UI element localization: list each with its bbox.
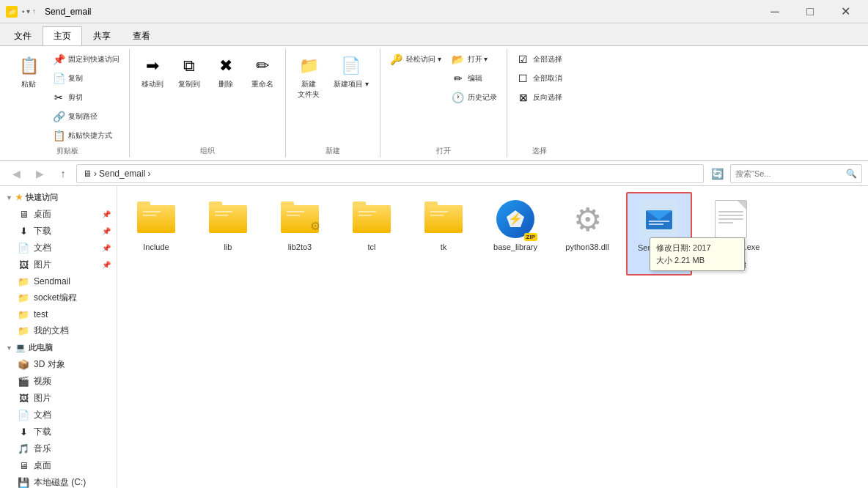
- new-folder-button[interactable]: 📁 新建文件夹: [292, 51, 326, 103]
- ribbon-content: 📋 粘贴 📌 固定到快速访问 📄 复制 ✂ 剪切: [0, 45, 868, 160]
- paste-shortcut-icon: 📋: [52, 129, 65, 142]
- titlebar: 📁 ▪ ▾ ↑ Send_email ─ □ ✕: [0, 0, 868, 23]
- copy-to-button[interactable]: ⧉ 复制到: [172, 51, 206, 93]
- folder-icon: 📁: [18, 276, 29, 287]
- file-item-base-library[interactable]: ⚡ ZIP base_library: [482, 192, 548, 276]
- lib-label: lib: [224, 243, 232, 251]
- sidebar-section-thispc[interactable]: ▼ 💻 此电脑: [0, 339, 117, 356]
- search-input[interactable]: [735, 169, 846, 178]
- address-path[interactable]: 🖥 › Send_email ›: [76, 164, 704, 183]
- sidebar-item-desktop[interactable]: 🖥 桌面 📌: [0, 206, 117, 223]
- sidebar-section-quickaccess[interactable]: ▼ ★ 快速访问: [0, 189, 117, 206]
- ribbon-group-new: 📁 新建文件夹 📄 新建项目 ▾ 新建: [286, 49, 380, 158]
- sidebar-item-downloads[interactable]: ⬇ 下载 📌: [0, 223, 117, 240]
- pictures-icon: 🖼: [18, 259, 29, 271]
- sidebar-item-mydocs[interactable]: 📁 我的文档: [0, 322, 117, 339]
- file-item-lib[interactable]: lib: [195, 192, 261, 276]
- pin-indicator: 📌: [102, 244, 111, 252]
- search-box[interactable]: 🔍: [730, 164, 862, 183]
- folder-icon: 📁: [18, 308, 29, 320]
- ribbon-group-clipboard: 📋 粘贴 📌 固定到快速访问 📄 复制 ✂ 剪切: [6, 49, 130, 158]
- file-item-send-email[interactable]: Send_email 修改日期: 2017 大小 2.21 MB: [626, 192, 692, 276]
- cut-icon: ✂: [52, 91, 65, 104]
- sidebar-item-test[interactable]: 📁 test: [0, 306, 117, 322]
- paste-button[interactable]: 📋 粘贴: [12, 51, 45, 93]
- move-icon: ➡: [141, 54, 164, 78]
- sidebar-item-documents[interactable]: 📄 文档 📌: [0, 240, 117, 256]
- delete-icon: ✖: [214, 54, 238, 78]
- copy-path-icon: 🔗: [52, 110, 65, 123]
- close-button[interactable]: ✕: [828, 0, 862, 23]
- expand-icon: ▼: [6, 344, 12, 352]
- copy-button[interactable]: 📄 复制: [48, 70, 123, 87]
- cut-button[interactable]: ✂ 剪切: [48, 89, 123, 106]
- open-icon: 📂: [452, 53, 465, 66]
- sidebar-item-3d[interactable]: 📦 3D 对象: [0, 356, 117, 373]
- include-label: Include: [143, 243, 169, 251]
- tcl-label: tcl: [368, 243, 376, 251]
- file-item-python38dll[interactable]: ⚙ python38.dll: [554, 192, 620, 276]
- deselect-all-icon: ☐: [517, 72, 530, 85]
- tab-view[interactable]: 查看: [122, 26, 161, 45]
- rename-button[interactable]: ✏ 重命名: [246, 51, 279, 93]
- open-button[interactable]: 📂 打开 ▾: [448, 51, 501, 68]
- sidebar-item-downloads2[interactable]: ⬇ 下载: [0, 424, 117, 440]
- pin-quickaccess-button[interactable]: 📌 固定到快速访问: [48, 51, 123, 68]
- sidebar-item-desktop2[interactable]: 🖥 桌面: [0, 457, 117, 474]
- history-button[interactable]: 🕐 历史记录: [448, 89, 501, 106]
- path-segment-1[interactable]: Send_email: [99, 169, 145, 179]
- python38dll-icon: ⚙: [567, 199, 608, 240]
- sidebar-item-docs2[interactable]: 📄 文档: [0, 407, 117, 424]
- copy-path-button[interactable]: 🔗 复制路径: [48, 108, 123, 125]
- invert-selection-button[interactable]: ⊠ 反向选择: [513, 89, 566, 106]
- sidebar-item-video[interactable]: 🎬 视频: [0, 373, 117, 390]
- file-item-tcl[interactable]: tcl: [339, 192, 405, 276]
- lib-folder-icon: [207, 199, 249, 240]
- back-button[interactable]: ◀: [6, 163, 26, 184]
- sidebar: ▼ ★ 快速访问 🖥 桌面 📌 ⬇ 下载 📌 📄 文档 📌 🖼 图片 📌 📁 S…: [0, 186, 117, 488]
- tooltip-date: 修改日期: 2017: [656, 243, 738, 254]
- tab-share[interactable]: 共享: [82, 26, 122, 45]
- move-to-button[interactable]: ➡ 移动到: [136, 51, 169, 93]
- file-item-include[interactable]: Include: [123, 192, 189, 276]
- tab-home[interactable]: 主页: [43, 26, 82, 45]
- forward-button[interactable]: ▶: [29, 163, 50, 184]
- pin-indicator: 📌: [102, 210, 111, 218]
- sidebar-item-pictures2[interactable]: 🖼 图片: [0, 390, 117, 407]
- desktop2-icon: 🖥: [18, 460, 29, 472]
- file-item-tk[interactable]: tk: [411, 192, 477, 276]
- deselect-all-button[interactable]: ☐ 全部取消: [513, 70, 566, 87]
- new-item-icon: 📄: [339, 54, 363, 78]
- delete-button[interactable]: ✖ 删除: [209, 51, 243, 93]
- 3d-icon: 📦: [18, 359, 29, 371]
- drive-c-icon: 💾: [18, 477, 29, 489]
- up-button[interactable]: ↑: [53, 163, 73, 184]
- ribbon-group-select: ☑ 全部选择 ☐ 全部取消 ⊠ 反向选择 选择: [507, 49, 572, 158]
- copy-icon: 📄: [52, 72, 65, 85]
- refresh-button[interactable]: 🔄: [707, 163, 727, 184]
- minimize-button[interactable]: ─: [758, 0, 792, 23]
- sidebar-item-drive-c[interactable]: 💾 本地磁盘 (C:): [0, 474, 117, 488]
- lib2to3-folder-icon: ⚙: [279, 199, 320, 240]
- tab-file[interactable]: 文件: [3, 26, 43, 45]
- sidebar-item-socket[interactable]: 📁 socket编程: [0, 289, 117, 306]
- file-item-lib2to3[interactable]: ⚙ lib2to3: [267, 192, 333, 276]
- edit-button[interactable]: ✏ 编辑: [448, 70, 501, 87]
- pictures2-icon: 🖼: [18, 393, 29, 404]
- sidebar-item-music[interactable]: 🎵 音乐: [0, 440, 117, 457]
- desktop-icon: 🖥: [18, 209, 29, 221]
- ribbon: 文件 主页 共享 查看 📋 粘贴 📌 固定到快速访问 📄 复制: [0, 23, 868, 161]
- easy-access-button[interactable]: 🔑 轻松访问 ▾: [386, 51, 445, 68]
- python38dll-label: python38.dll: [565, 243, 608, 251]
- paste-shortcut-button[interactable]: 📋 粘贴快捷方式: [48, 127, 123, 144]
- select-all-button[interactable]: ☑ 全部选择: [513, 51, 566, 68]
- sidebar-item-pictures[interactable]: 🖼 图片 📌: [0, 256, 117, 273]
- video-icon: 🎬: [18, 376, 29, 388]
- docs2-icon: 📄: [18, 410, 29, 421]
- new-item-button[interactable]: 📄 新建项目 ▾: [328, 51, 374, 93]
- search-icon: 🔍: [846, 169, 857, 179]
- path-root-icon: 🖥: [83, 169, 92, 179]
- maximize-button[interactable]: □: [793, 0, 827, 23]
- titlebar-controls: ─ □ ✕: [758, 0, 862, 23]
- sidebar-item-sendmail[interactable]: 📁 Sendmail: [0, 273, 117, 289]
